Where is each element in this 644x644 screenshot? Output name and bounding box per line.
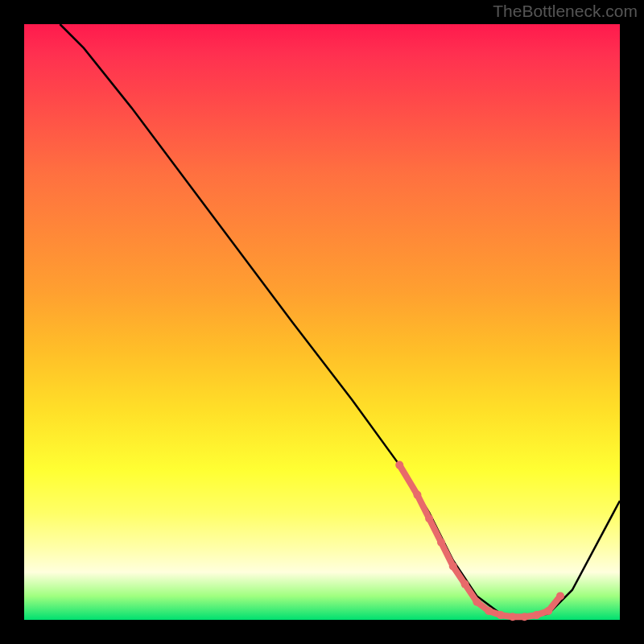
highlight-point — [437, 539, 445, 547]
highlight-point — [461, 580, 469, 588]
highlight-point — [485, 607, 493, 615]
highlight-point — [449, 562, 457, 570]
chart-svg — [24, 24, 620, 620]
highlight-points — [395, 461, 564, 621]
highlight-point — [425, 514, 433, 522]
highlight-point — [497, 611, 505, 619]
chart-plot-area — [24, 24, 620, 620]
highlight-point — [413, 491, 421, 499]
watermark-text: TheBottleneck.com — [493, 2, 638, 21]
highlight-point — [544, 607, 552, 615]
highlight-point — [473, 598, 481, 606]
highlight-point — [521, 613, 529, 621]
highlight-point — [532, 611, 540, 619]
highlight-curve-line — [399, 465, 560, 617]
highlight-point — [509, 613, 517, 621]
main-curve-line — [60, 24, 620, 617]
highlight-point — [395, 461, 403, 469]
highlight-point — [556, 592, 564, 600]
